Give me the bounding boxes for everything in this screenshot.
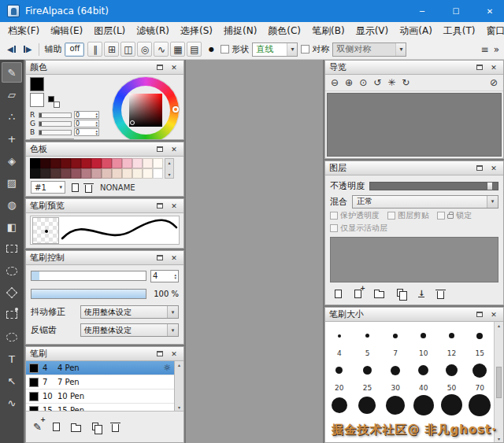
spin-down-icon[interactable]: ▾ xyxy=(95,132,98,135)
brush-size-option[interactable]: 7 xyxy=(381,323,410,358)
brush-list-item[interactable]: 77 Pen xyxy=(26,375,174,389)
magic-wand-tool[interactable] xyxy=(2,327,22,347)
menu-item-9[interactable]: 显示(V) xyxy=(350,23,395,39)
scroll-up-icon[interactable]: ▴ xyxy=(498,323,500,328)
default-colors-icon[interactable] xyxy=(48,96,60,108)
palette-swatch[interactable] xyxy=(102,158,112,168)
scroll-up-icon[interactable]: ▴ xyxy=(178,362,180,367)
brush-size-input[interactable]: 4 ▴▾ xyxy=(150,270,179,282)
channel-value-input[interactable]: 0▴▾ xyxy=(74,111,99,119)
titlebar[interactable]: FireAlpaca (64bit) ─ ☐ ✕ xyxy=(0,0,504,22)
float-panel-icon[interactable] xyxy=(474,62,485,72)
channel-value-input[interactable]: 0▴▾ xyxy=(74,128,99,136)
panel-header[interactable]: 色板✕ xyxy=(26,142,183,157)
select-ellipse-tool[interactable] xyxy=(2,260,22,281)
close-panel-icon[interactable]: ✕ xyxy=(169,201,180,211)
menu-item-5[interactable]: 选择(S) xyxy=(175,23,218,39)
palette-swatch[interactable] xyxy=(30,168,40,179)
panel-header[interactable]: 导览✕ xyxy=(325,61,503,75)
palette-swatch[interactable] xyxy=(112,168,122,179)
text-tool[interactable]: T xyxy=(2,349,22,369)
curve-tool[interactable]: ∿ xyxy=(2,393,22,413)
close-panel-icon[interactable]: ✕ xyxy=(488,62,499,72)
duplicate-brush-icon[interactable] xyxy=(92,423,101,432)
shape-checkbox[interactable] xyxy=(220,45,229,54)
new-brush-icon[interactable] xyxy=(53,423,60,431)
brush-size-option[interactable]: 12 xyxy=(438,323,466,358)
palette-swatch[interactable] xyxy=(91,158,102,168)
merge-down-icon[interactable]: ↓ xyxy=(418,290,424,297)
protect-alpha-checkbox[interactable]: 保护透明度 xyxy=(330,210,380,221)
new-layer-alt-icon[interactable]: + xyxy=(354,290,361,298)
lock-checkbox-box[interactable] xyxy=(437,212,445,220)
palette-swatch[interactable] xyxy=(112,158,122,168)
snap-vanishing-icon[interactable]: ◫ xyxy=(120,42,135,57)
shade-tool[interactable]: ◍ xyxy=(2,194,22,215)
close-panel-icon[interactable]: ✕ xyxy=(169,253,180,263)
menu-item-2[interactable]: 编辑(E) xyxy=(45,23,88,39)
reset-rotation-icon[interactable]: ✳ xyxy=(387,77,395,88)
palette-swatch[interactable] xyxy=(30,158,40,168)
canvas-workspace[interactable] xyxy=(186,60,323,443)
palette-swatch[interactable] xyxy=(122,168,132,179)
bucket-tool[interactable]: ◈ xyxy=(2,150,22,171)
new-folder-icon[interactable] xyxy=(374,289,384,298)
history-back-button[interactable]: ◀ xyxy=(5,43,18,55)
menu-item-8[interactable]: 笔刷(B) xyxy=(306,23,350,39)
menu-item-11[interactable]: 工具(T) xyxy=(438,23,481,39)
clipping-checkbox[interactable]: 图层剪贴 xyxy=(387,210,429,221)
float-panel-icon[interactable] xyxy=(154,253,165,263)
palette-swatch[interactable] xyxy=(143,158,153,168)
select-rect-tool[interactable] xyxy=(2,238,22,259)
panel-header[interactable]: 笔刷控制✕ xyxy=(26,251,183,265)
brush-size-option[interactable]: 5 xyxy=(354,323,382,358)
channel-slider[interactable] xyxy=(39,121,72,127)
history-forward-button[interactable]: ▶ xyxy=(21,43,35,55)
new-layer-icon[interactable] xyxy=(335,290,342,298)
snap-off-button[interactable]: off xyxy=(65,42,84,57)
panel-header[interactable]: 颜色✕ xyxy=(26,61,183,75)
palette-swatch[interactable] xyxy=(71,168,81,179)
brush-list-item[interactable]: 1515 Pen xyxy=(26,404,174,412)
palette-swatch[interactable] xyxy=(81,158,91,168)
brush-size-option[interactable]: 25 xyxy=(354,358,382,393)
snap-perspective-icon[interactable]: ▤ xyxy=(187,42,202,57)
palette-swatch[interactable] xyxy=(153,168,163,179)
float-panel-icon[interactable] xyxy=(154,144,165,154)
palette-swatch[interactable] xyxy=(143,168,153,179)
brush-list-item[interactable]: 1010 Pen xyxy=(26,389,174,404)
toolbar-menu-icon[interactable]: ≡ xyxy=(481,44,489,55)
spin-arrows-icon[interactable]: ▴▾ xyxy=(174,273,176,279)
channel-slider[interactable] xyxy=(39,113,72,118)
rotate-cw-icon[interactable]: ↻ xyxy=(402,77,410,88)
reset-view-icon[interactable]: ⊘ xyxy=(490,77,498,88)
panel-header[interactable]: 笔刷大小✕ xyxy=(325,308,503,322)
maximize-button[interactable]: ☐ xyxy=(442,0,470,22)
brush-size-option[interactable]: 20 xyxy=(325,358,354,393)
toolbar-overflow-icon[interactable]: » xyxy=(494,44,499,55)
brush-size-option[interactable]: 50 xyxy=(438,358,466,393)
brush-size-option[interactable]: 30 xyxy=(381,358,410,393)
delete-palette-color-button[interactable] xyxy=(85,183,92,193)
brush-list-item[interactable]: 44 Pen☼ xyxy=(26,361,174,375)
palette-swatch[interactable] xyxy=(122,158,132,168)
opacity-slider[interactable] xyxy=(369,182,498,190)
slider-handle[interactable] xyxy=(487,182,493,190)
close-panel-icon[interactable]: ✕ xyxy=(169,349,180,359)
lock-checkbox[interactable]: 锁定 xyxy=(437,210,472,221)
fill-tool[interactable]: ◧ xyxy=(2,216,22,237)
add-brush-icon[interactable]: ✎+ xyxy=(33,421,42,433)
panel-header[interactable]: 笔刷✕ xyxy=(26,347,183,361)
menu-item-3[interactable]: 图层(L) xyxy=(88,23,131,39)
palette-swatch[interactable] xyxy=(81,168,91,179)
snap-crisscross-icon[interactable]: ⊞ xyxy=(104,42,119,57)
float-panel-icon[interactable] xyxy=(474,309,485,319)
brush-tool[interactable]: ✎ xyxy=(2,62,22,83)
shape-select[interactable]: 直线 ▾ xyxy=(252,42,298,57)
close-panel-icon[interactable]: ✕ xyxy=(488,309,499,319)
spin-down-icon[interactable]: ▾ xyxy=(95,115,98,118)
minimize-button[interactable]: ─ xyxy=(408,0,436,22)
zoom-actual-icon[interactable]: ⊙ xyxy=(359,77,367,88)
show-active-only-checkbox-box[interactable] xyxy=(330,224,338,232)
blend-mode-select[interactable]: 正常 ▾ xyxy=(352,195,498,209)
